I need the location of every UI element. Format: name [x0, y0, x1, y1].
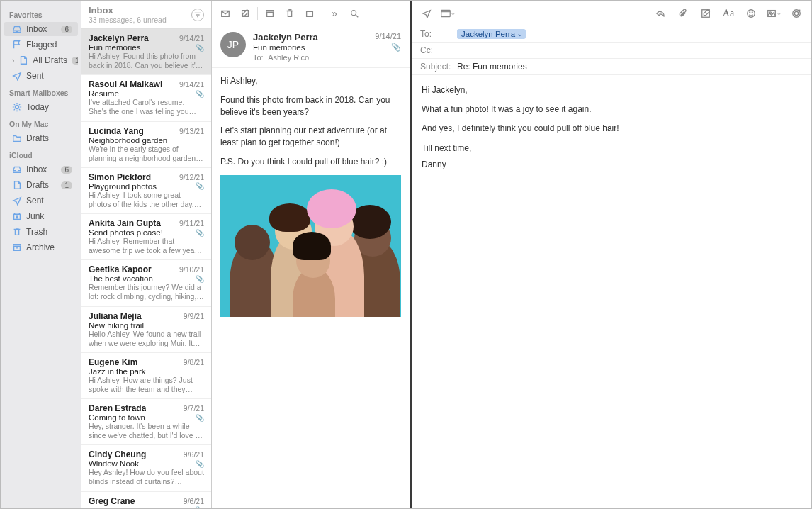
message-row[interactable]: Lucinda Yang9/13/21 Neighborhood garden …: [81, 122, 211, 168]
attachment-icon: 📎: [196, 90, 204, 98]
attachment-icon: 📎: [196, 229, 204, 237]
message-sender: Simon Pickford: [89, 172, 151, 182]
svg-point-6: [752, 11, 752, 12]
search-icon[interactable]: [345, 6, 363, 21]
subject-value: Re: Fun memories: [457, 62, 527, 72]
avatar: JP: [220, 32, 246, 57]
filter-icon[interactable]: [191, 9, 204, 21]
compose-line: And yes, I definitely think you could pu…: [422, 122, 801, 135]
sidebar-item-label: Drafts: [26, 180, 57, 190]
compose-cc-field[interactable]: Cc:: [412, 43, 811, 59]
compose-line: Danny: [422, 158, 801, 172]
message-sender: Ankita Jain Gupta: [89, 218, 161, 228]
chevron-down-icon: ⌵: [518, 30, 521, 38]
message-row[interactable]: Greg Crane9/6/21 New ways to take your p…: [81, 492, 211, 509]
sidebar-item-icloud-drafts[interactable]: Drafts 1: [4, 178, 78, 192]
sidebar-item-today[interactable]: Today: [4, 100, 78, 114]
attachment-icon: 📎: [391, 43, 401, 52]
sidebar-item-flagged[interactable]: Flagged: [4, 38, 78, 52]
to-label: To:: [420, 29, 457, 39]
compose-subject-field[interactable]: Subject: Re: Fun memories: [412, 59, 811, 75]
compose-to-field[interactable]: To: Jackelyn Perra ⌵: [412, 26, 811, 43]
compose-body[interactable]: Hi Jackelyn, What a fun photo! It was a …: [412, 75, 811, 508]
message-date: 9/14/21: [375, 32, 401, 43]
separator: [257, 7, 258, 20]
more-icon[interactable]: »: [325, 6, 344, 21]
svg-point-10: [794, 11, 798, 15]
body-line: Found this photo from back in 2018. Can …: [220, 94, 401, 118]
sidebar-item-icloud-inbox[interactable]: Inbox 6: [4, 162, 78, 177]
compose-pane: ⌵ Aa ⌵ To: Jackelyn Perra ⌵ Cc: Subject:…: [412, 1, 811, 508]
sidebar-item-label: Inbox: [26, 24, 57, 34]
emoji-icon[interactable]: [743, 6, 759, 21]
message-row[interactable]: Eugene Kim9/8/21 Jazz in the park Hi Ash…: [81, 353, 211, 399]
archive-icon[interactable]: [261, 6, 279, 21]
message-date: 9/6/21: [184, 450, 204, 459]
reading-pane: » JP Jackelyn Perra 9/14/21 Fun memories…: [212, 1, 412, 508]
sidebar-item-label: Inbox: [26, 164, 57, 174]
sidebar-item-label: Sent: [26, 196, 72, 206]
insert-icon[interactable]: [698, 6, 714, 21]
sidebar-item-icloud-junk[interactable]: Junk: [4, 209, 78, 223]
markup-icon[interactable]: [789, 6, 804, 21]
compose-line: Till next time,: [422, 142, 801, 155]
message-sender: Eugene Kim: [89, 357, 137, 367]
separator: [322, 7, 322, 20]
message-subject: New ways to take your photos…: [89, 506, 196, 509]
message-row[interactable]: Geetika Kapoor9/10/21 The best vacation📎…: [81, 260, 211, 306]
compose-icon[interactable]: [216, 6, 235, 21]
message-row[interactable]: Simon Pickford9/12/21 Playground photos📎…: [81, 168, 211, 214]
archive-icon: [12, 242, 22, 252]
message-sender: Daren Estrada: [89, 403, 146, 413]
svg-point-1: [351, 10, 356, 15]
send-icon[interactable]: [419, 6, 434, 21]
sidebar-item-all-drafts[interactable]: › All Drafts 1: [4, 53, 78, 67]
sidebar-item-icloud-archive[interactable]: Archive: [4, 240, 78, 254]
format-icon[interactable]: Aa: [721, 6, 736, 21]
message-preview: Hi Ashley, Found this photo from back in…: [89, 52, 204, 70]
chevron-right-icon: ›: [12, 57, 14, 65]
message-row[interactable]: Juliana Mejia9/9/21 New hiking trail Hel…: [81, 307, 211, 353]
attachment-icon: 📎: [196, 460, 204, 468]
sidebar-item-icloud-sent[interactable]: Sent: [4, 194, 78, 208]
message-body: Hi Ashley, Found this photo from back in…: [212, 68, 410, 508]
attachment-icon: 📎: [196, 506, 204, 508]
trash-icon[interactable]: [281, 6, 299, 21]
message-row[interactable]: Jackelyn Perra9/14/21 Fun memories📎 Hi A…: [81, 29, 211, 75]
message-row[interactable]: Ankita Jain Gupta9/11/21 Send photos ple…: [81, 214, 211, 260]
body-line: Let's start planning our next adventure …: [220, 125, 401, 149]
message-date: 9/9/21: [184, 312, 204, 320]
sidebar-item-inbox[interactable]: Inbox 6: [4, 22, 78, 36]
attachment-icon: 📎: [196, 44, 204, 52]
svg-point-0: [15, 105, 18, 108]
sidebar-item-sent[interactable]: Sent: [4, 69, 78, 83]
mailbox-title: Inbox: [89, 5, 167, 16]
message-date: 9/14/21: [179, 34, 204, 43]
message-sender: Rasoul Al Malkawi: [89, 79, 162, 89]
attach-icon[interactable]: [675, 6, 691, 21]
gear-icon: [12, 102, 22, 112]
message-sender: Geetika Kapoor: [89, 264, 152, 274]
message-list-pane: Inbox 33 messages, 6 unread Jackelyn Per…: [81, 1, 212, 508]
flag-icon: [12, 40, 22, 50]
message-row[interactable]: Daren Estrada9/7/21 Coming to town📎 Hey,…: [81, 399, 211, 445]
draft-icon: [12, 180, 22, 190]
reply-icon[interactable]: [653, 6, 668, 21]
recipient-name: Jackelyn Perra: [461, 30, 515, 38]
photo-icon[interactable]: ⌵: [766, 6, 782, 21]
sidebar-section-smart: Smart Mailboxes: [1, 84, 81, 99]
header-fields-icon[interactable]: ⌵: [440, 6, 456, 21]
sidebar-item-label: All Drafts: [33, 55, 67, 65]
junk-icon[interactable]: [300, 6, 319, 21]
message-list[interactable]: Jackelyn Perra9/14/21 Fun memories📎 Hi A…: [81, 29, 211, 508]
body-line: P.S. Do you think I could pull off blue …: [220, 156, 401, 168]
message-row[interactable]: Rasoul Al Malkawi9/14/21 Resume📎 I've at…: [81, 75, 211, 121]
sidebar-item-local-drafts[interactable]: Drafts: [4, 131, 78, 145]
sidebar-item-icloud-trash[interactable]: Trash: [4, 225, 78, 239]
junk-icon: [12, 211, 22, 221]
message-row[interactable]: Cindy Cheung9/6/21 Window Nook📎 Hey Ashl…: [81, 445, 211, 491]
message-subject: Resume: [89, 89, 119, 98]
recipient-pill[interactable]: Jackelyn Perra ⌵: [457, 29, 526, 39]
new-message-icon[interactable]: [236, 6, 254, 21]
sidebar-section-onmymac: On My Mac: [1, 116, 81, 130]
